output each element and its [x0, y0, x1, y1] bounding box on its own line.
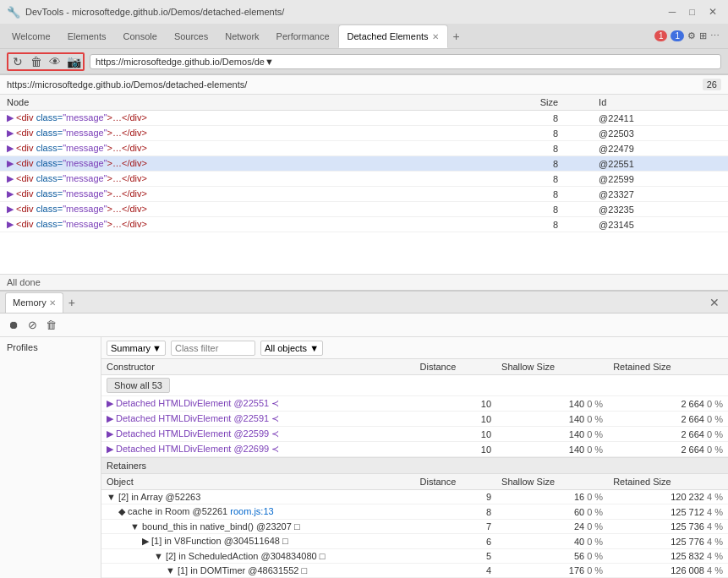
- ctor-retained-cell: 2 664 0 %: [608, 396, 728, 412]
- ctor-shallow-cell: 140 0 %: [496, 396, 608, 412]
- tab-add-button[interactable]: +: [448, 30, 465, 43]
- badge-red: 1: [654, 30, 668, 41]
- show-all-row: Show all 53: [101, 375, 728, 396]
- ctor-col-distance: Distance: [415, 359, 497, 375]
- tab-elements[interactable]: Elements: [59, 25, 115, 48]
- id-cell: @22551: [592, 156, 728, 172]
- delete-profiles-icon[interactable]: 🗑: [44, 319, 57, 332]
- obj-col-object: Object: [101, 474, 415, 490]
- object-row[interactable]: ◆ cache in Room @52261 room.js:13 8 60 0…: [101, 504, 728, 520]
- table-row[interactable]: ▶ <div class="message">…</div> 8 @23235: [0, 202, 728, 217]
- detached-table-scroll[interactable]: Node Size Id ▶ <div class="message">…</d…: [0, 95, 728, 274]
- size-cell: 8: [429, 111, 592, 126]
- tab-sources-label: Sources: [174, 31, 208, 41]
- detached-elements-panel: https://microsoftedge.github.io/Demos/de…: [0, 75, 728, 292]
- table-row[interactable]: ▶ <div class="message">…</div> 8 @22411: [0, 111, 728, 126]
- minimize-btn[interactable]: ─: [665, 6, 681, 18]
- memory-content-area: Profiles Summary ▼ All objects ▼: [0, 337, 728, 578]
- id-cell: @22411: [592, 111, 728, 126]
- retainers-label: Retainers: [107, 461, 146, 471]
- size-cell: 8: [429, 217, 592, 232]
- status-bar: All done: [0, 274, 728, 290]
- object-link[interactable]: room.js:13: [230, 506, 273, 516]
- browser-icon: 🔧: [7, 6, 20, 19]
- object-row[interactable]: ▼ bound_this in native_bind() @23207 □ 7…: [101, 520, 728, 534]
- obj-retained-cell: 125 712 4 %: [608, 504, 728, 520]
- object-row[interactable]: ▼ [2] in Array @52263 9 16 0 % 120 232 4…: [101, 490, 728, 504]
- obj-dist-cell: 6: [415, 534, 497, 549]
- eye-icon[interactable]: 👁: [47, 55, 63, 68]
- node-cell: ▶ <div class="message">…</div>: [0, 111, 429, 126]
- obj-shallow-cell: 56 0 %: [496, 549, 608, 564]
- tab-performance-label: Performance: [276, 31, 330, 41]
- devtools-tabs-bar: Welcome Elements Console Sources Network…: [0, 24, 728, 49]
- obj-retained-cell: 125 832 4 %: [608, 549, 728, 564]
- constructor-row[interactable]: ▶ Detached HTMLDivElement @22599 ≺ 10 14…: [101, 427, 728, 442]
- address-input[interactable]: [90, 54, 721, 69]
- tab-welcome[interactable]: Welcome: [3, 25, 59, 48]
- memory-toolbar: ⏺ ⊘ 🗑: [0, 314, 728, 337]
- window-title: DevTools - microsoftedge.github.io/Demos…: [25, 7, 284, 17]
- memory-add-tab-icon[interactable]: +: [65, 296, 79, 309]
- table-row[interactable]: ▶ <div class="message">…</div> 8 @23327: [0, 187, 728, 202]
- tab-close-icon[interactable]: ✕: [432, 32, 439, 41]
- size-cell: 8: [429, 141, 592, 156]
- memory-tab-label: Memory: [13, 297, 47, 308]
- object-row[interactable]: ▼ [1] in DOMTimer @48631552 □ 4 176 0 % …: [101, 564, 728, 578]
- memory-panel-close-icon[interactable]: ✕: [706, 296, 723, 309]
- delete-icon[interactable]: 🗑: [29, 55, 44, 68]
- obj-retained-cell: 126 008 4 %: [608, 564, 728, 578]
- obj-name-cell: ◆ cache in Room @52261 room.js:13: [101, 504, 415, 520]
- gear-icon[interactable]: ⚙: [687, 30, 696, 41]
- clear-icon[interactable]: ⊘: [25, 319, 39, 332]
- ctor-col-shallow: Shallow Size: [496, 359, 608, 375]
- memory-tab[interactable]: Memory ✕: [5, 292, 63, 313]
- size-cell: 8: [429, 126, 592, 141]
- ctor-name-cell: ▶ Detached HTMLDivElement @22599 ≺: [101, 427, 415, 442]
- show-all-button[interactable]: Show all 53: [107, 378, 170, 393]
- object-row[interactable]: ▶ [1] in V8Function @304511648 □ 6 40 0 …: [101, 534, 728, 549]
- size-cell: 8: [429, 187, 592, 202]
- table-row[interactable]: ▶ <div class="message">…</div> 8 @22551: [0, 156, 728, 172]
- tab-console[interactable]: Console: [115, 25, 166, 48]
- constructor-row[interactable]: ▶ Detached HTMLDivElement @22699 ≺ 10 14…: [101, 442, 728, 457]
- constructor-row[interactable]: ▶ Detached HTMLDivElement @22591 ≺ 10 14…: [101, 412, 728, 427]
- obj-retained-cell: 125 736 4 %: [608, 520, 728, 534]
- tab-sources[interactable]: Sources: [166, 25, 216, 48]
- table-row[interactable]: ▶ <div class="message">…</div> 8 @22479: [0, 141, 728, 156]
- memory-scroll-pane[interactable]: Constructor Distance Shallow Size Retain…: [101, 359, 728, 578]
- summary-dropdown[interactable]: Summary ▼: [107, 341, 166, 356]
- obj-shallow-cell: 40 0 %: [496, 534, 608, 549]
- ctor-dist-cell: 10: [415, 427, 497, 442]
- obj-shallow-cell: 16 0 %: [496, 490, 608, 504]
- constructor-row[interactable]: ▶ Detached HTMLDivElement @22551 ≺ 10 14…: [101, 396, 728, 412]
- maximize-btn[interactable]: □: [685, 7, 699, 17]
- more-icon[interactable]: ⋯: [710, 30, 720, 41]
- memory-panel-header: Memory ✕ + ✕: [0, 292, 728, 314]
- screenshot-icon[interactable]: 📷: [66, 55, 81, 68]
- tab-performance[interactable]: Performance: [268, 25, 338, 48]
- dock-icon[interactable]: ⊞: [699, 30, 707, 41]
- object-row[interactable]: ▼ [2] in ScheduledAction @304834080 □ 5 …: [101, 549, 728, 564]
- memory-panel: Memory ✕ + ✕ ⏺ ⊘ 🗑 Profiles Su: [0, 292, 728, 578]
- col-id: Id: [592, 95, 728, 111]
- ctor-name-cell: ▶ Detached HTMLDivElement @22699 ≺: [101, 442, 415, 457]
- class-filter-input[interactable]: [171, 341, 255, 356]
- table-row[interactable]: ▶ <div class="message">…</div> 8 @22599: [0, 172, 728, 187]
- table-row[interactable]: ▶ <div class="message">…</div> 8 @22503: [0, 126, 728, 141]
- obj-retained-cell: 120 232 4 %: [608, 490, 728, 504]
- panel-url-text: https://microsoftedge.github.io/Demos/de…: [7, 79, 247, 90]
- table-row[interactable]: ▶ <div class="message">…</div> 8 @23145: [0, 217, 728, 232]
- constructor-table: Constructor Distance Shallow Size Retain…: [101, 359, 728, 457]
- memory-tab-close-icon[interactable]: ✕: [49, 298, 56, 308]
- profiles-sidebar: Profiles: [0, 337, 101, 578]
- devtools-content: https://microsoftedge.github.io/Demos/de…: [0, 75, 728, 578]
- col-node: Node: [0, 95, 429, 111]
- tab-network[interactable]: Network: [216, 25, 267, 48]
- tab-detached-elements[interactable]: Detached Elements ✕: [338, 25, 448, 48]
- refresh-icon[interactable]: ↻: [10, 55, 25, 68]
- obj-col-retained: Retained Size: [608, 474, 728, 490]
- all-objects-dropdown[interactable]: All objects ▼: [260, 341, 323, 356]
- record-icon[interactable]: ⏺: [7, 319, 20, 332]
- close-btn[interactable]: ✕: [704, 6, 721, 18]
